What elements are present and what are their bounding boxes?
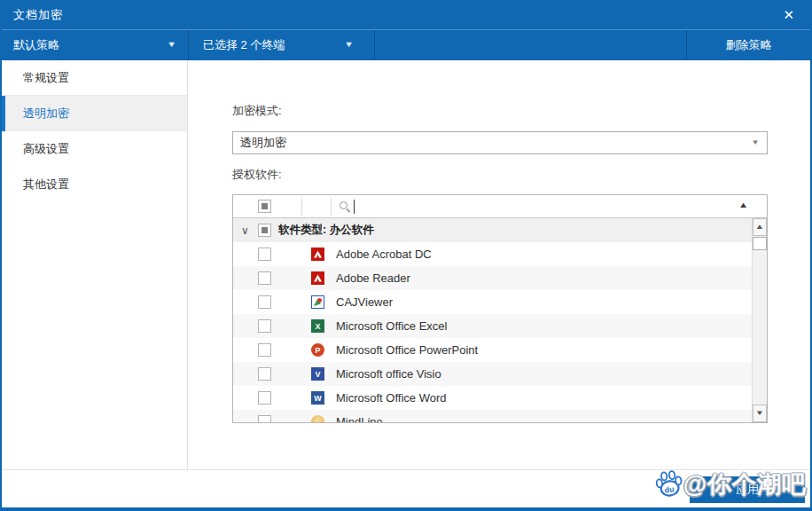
sidebar-item-label: 常规设置 <box>23 70 69 86</box>
mindline-icon <box>311 415 324 422</box>
software-name: Microsoft Office Word <box>336 391 447 405</box>
sidebar-item-label: 高级设置 <box>23 141 69 157</box>
software-row[interactable]: Adobe Acrobat DC <box>233 242 767 266</box>
collapse-icon[interactable]: ▲ <box>738 201 749 209</box>
software-checkbox[interactable] <box>258 367 271 381</box>
arrow-up-icon: ▲ <box>755 224 764 231</box>
adobe-icon <box>311 248 324 261</box>
word-icon: W <box>311 391 324 405</box>
software-checkbox[interactable] <box>258 343 271 357</box>
adobe-icon <box>311 271 324 285</box>
chevron-down-icon: ▼ <box>167 41 176 49</box>
software-row[interactable]: W Microsoft Office Word <box>233 386 767 410</box>
software-name: Adobe Acrobat DC <box>336 248 432 261</box>
encrypt-mode-label: 加密模式: <box>232 103 282 119</box>
software-row[interactable]: V Microsoft office Visio <box>233 362 767 386</box>
software-checkbox[interactable] <box>258 415 271 422</box>
policy-dropdown-label: 默认策略 <box>13 37 59 53</box>
group-label: 软件类型: 办公软件 <box>278 223 374 238</box>
software-row[interactable]: CAJViewer <box>233 290 767 314</box>
sidebar-item-label: 透明加密 <box>23 106 69 122</box>
terminal-dropdown[interactable]: 已选择 2 个终端 ▼ <box>189 30 374 60</box>
powerpoint-icon: P <box>311 343 324 357</box>
content-area: 常规设置 透明加密 高级设置 其他设置 加密模式: 透明加密 ▼ 授权软件: <box>2 60 810 469</box>
window-title: 文档加密 <box>13 7 63 23</box>
caj-icon <box>311 295 324 309</box>
sidebar: 常规设置 透明加密 高级设置 其他设置 <box>2 60 188 469</box>
sidebar-item-label: 其他设置 <box>23 177 69 193</box>
toolbar-spacer <box>375 30 686 60</box>
software-checkbox[interactable] <box>258 295 271 309</box>
apply-button[interactable]: 应用 <box>690 476 805 503</box>
scroll-up-button[interactable]: ▲ <box>753 218 767 236</box>
column-divider <box>331 198 332 216</box>
sidebar-item-2[interactable]: 高级设置 <box>2 131 187 167</box>
software-name: CAJViewer <box>336 295 393 309</box>
software-group-row[interactable]: ∨ 软件类型: 办公软件 <box>233 218 767 242</box>
text-caret <box>354 200 355 214</box>
sidebar-item-0[interactable]: 常规设置 <box>2 60 187 96</box>
search-input[interactable] <box>356 196 729 216</box>
chevron-down-icon[interactable]: ∨ <box>241 225 254 236</box>
policy-dropdown[interactable]: 默认策略 ▼ <box>2 30 188 60</box>
chevron-down-icon: ▼ <box>344 41 354 49</box>
search-icon <box>340 201 347 209</box>
toolbar: 默认策略 ▼ 已选择 2 个终端 ▼ 删除策略 <box>2 30 810 60</box>
select-all-checkbox[interactable] <box>258 200 271 213</box>
software-name: Adobe Reader <box>336 271 410 285</box>
main-panel: 加密模式: 透明加密 ▼ 授权软件: ▲ ∨ <box>188 60 810 469</box>
software-checkbox[interactable] <box>258 319 271 333</box>
software-rows: Adobe Acrobat DC Adobe Reader CAJViewer … <box>233 242 767 422</box>
software-list: ▲ ∨ 软件类型: 办公软件 Adobe Acrobat DC Adobe Re… <box>232 194 768 423</box>
arrow-down-icon: ▼ <box>755 410 764 417</box>
excel-icon: X <box>311 319 324 333</box>
sidebar-item-3[interactable]: 其他设置 <box>2 167 187 202</box>
column-divider <box>301 198 302 216</box>
software-checkbox[interactable] <box>258 248 271 261</box>
group-checkbox[interactable] <box>258 224 271 237</box>
visio-icon: V <box>311 367 324 381</box>
software-checkbox[interactable] <box>258 391 271 405</box>
delete-policy-button[interactable]: 删除策略 <box>687 30 810 60</box>
software-list-body: ∨ 软件类型: 办公软件 Adobe Acrobat DC Adobe Read… <box>233 218 767 422</box>
scrollbar[interactable]: ▲ ▼ <box>752 218 767 422</box>
software-name: MindLine <box>336 415 383 422</box>
encrypt-mode-select[interactable]: 透明加密 ▼ <box>232 131 768 154</box>
software-name: Microsoft office Visio <box>336 367 441 381</box>
encrypt-mode-value: 透明加密 <box>240 135 286 151</box>
software-list-header: ▲ <box>233 195 767 218</box>
chevron-down-icon: ▼ <box>751 139 760 146</box>
sidebar-item-1[interactable]: 透明加密 <box>2 96 187 131</box>
authorized-software-label: 授权软件: <box>232 167 282 183</box>
software-name: Microsoft Office PowerPoint <box>336 343 478 357</box>
title-bar: 文档加密 ✕ <box>2 0 810 30</box>
software-name: Microsoft Office Excel <box>336 319 447 333</box>
close-icon[interactable]: ✕ <box>780 6 797 23</box>
document-encryption-window: 文档加密 ✕ 默认策略 ▼ 已选择 2 个终端 ▼ 删除策略 常规设置 透明加密… <box>0 0 812 511</box>
terminal-dropdown-label: 已选择 2 个终端 <box>203 37 285 53</box>
footer-bar: 应用 <box>2 469 810 507</box>
scrollbar-thumb[interactable] <box>753 237 767 250</box>
software-row[interactable]: Adobe Reader <box>233 266 767 290</box>
software-checkbox[interactable] <box>258 271 271 285</box>
scroll-down-button[interactable]: ▼ <box>753 405 767 422</box>
software-row[interactable]: MindLine <box>233 410 767 422</box>
software-row[interactable]: X Microsoft Office Excel <box>233 314 767 338</box>
software-row[interactable]: P Microsoft Office PowerPoint <box>233 338 767 362</box>
